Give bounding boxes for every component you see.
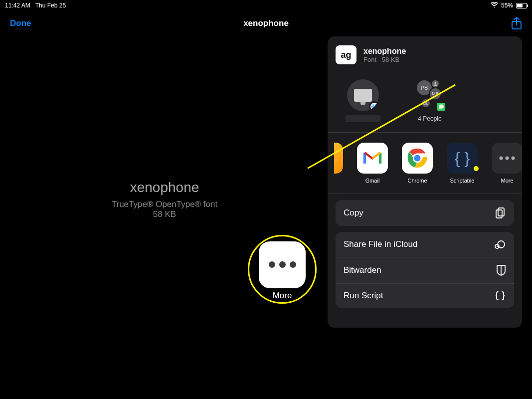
share-button[interactable] <box>511 17 522 30</box>
airdrop-icon <box>369 101 379 111</box>
file-title: xenophone <box>0 180 329 196</box>
annotation-endpoint <box>474 166 479 171</box>
share-app-scriptable[interactable]: { } Scriptable <box>446 143 478 184</box>
airdrop-people-target[interactable]: PB MB DL 4 People <box>402 79 457 122</box>
airdrop-row: PB MB DL 4 People <box>328 73 522 133</box>
share-app-more[interactable]: More <box>491 143 522 184</box>
drive-icon <box>328 143 343 174</box>
action-bitwarden[interactable]: Bitwarden <box>336 257 514 283</box>
messages-icon <box>436 101 447 112</box>
file-preview-area: xenophone TrueType® OpenType® font 58 KB <box>0 180 329 219</box>
nav-bar: Done xenophone <box>0 11 532 36</box>
share-file-subtitle: Font · 58 KB <box>363 56 406 63</box>
bitwarden-icon <box>496 264 506 276</box>
svg-point-10 <box>512 157 515 160</box>
file-size: 58 KB <box>0 209 329 219</box>
battery-icon <box>516 3 527 8</box>
action-copy[interactable]: Copy <box>336 200 514 226</box>
gmail-icon <box>357 143 388 174</box>
wifi-icon <box>491 2 498 9</box>
share-file-name: xenophone <box>363 47 406 56</box>
action-share-icloud[interactable]: Share File in iCloud <box>336 232 514 257</box>
share-app-chrome[interactable]: Chrome <box>401 143 433 184</box>
action-label: Bitwarden <box>344 265 381 275</box>
page-title: xenophone <box>243 18 289 28</box>
app-label: Gmail <box>365 178 380 184</box>
svg-point-4 <box>434 82 436 84</box>
contact-avatar <box>431 79 440 88</box>
annotation-label: More <box>273 291 292 301</box>
share-actions-list: Copy Share File in iCloud Bitwarden R <box>328 194 522 314</box>
chrome-icon <box>402 143 433 174</box>
svg-rect-12 <box>496 210 502 218</box>
svg-point-1 <box>374 106 375 108</box>
status-bar: 11:42 AM Thu Feb 25 55% <box>0 0 532 11</box>
share-sheet: ag xenophone Font · 58 KB PB MB DL <box>328 36 522 328</box>
airdrop-people-label: 4 People <box>418 115 441 122</box>
imac-icon <box>354 89 372 102</box>
share-app-gmail[interactable]: Gmail <box>356 143 388 184</box>
app-label: More <box>501 178 513 184</box>
file-type: TrueType® OpenType® font <box>0 200 329 209</box>
app-label: Chrome <box>407 178 427 184</box>
action-label: Copy <box>344 208 363 218</box>
status-date: Thu Feb 25 <box>35 2 66 9</box>
scriptable-icon: { } <box>447 143 478 174</box>
svg-point-8 <box>500 157 503 160</box>
done-button[interactable]: Done <box>10 18 31 28</box>
more-icon <box>259 241 306 288</box>
svg-point-2 <box>373 105 376 109</box>
svg-point-9 <box>506 157 509 160</box>
font-file-icon: ag <box>336 45 356 64</box>
more-icon <box>492 143 522 174</box>
airdrop-mac-target[interactable] <box>336 79 390 122</box>
app-label: Scriptable <box>450 178 475 184</box>
status-time: 11:42 AM <box>5 2 30 9</box>
airdrop-target-label <box>346 115 380 122</box>
share-sheet-header: ag xenophone Font · 58 KB <box>328 36 522 73</box>
action-label: Share File in iCloud <box>344 239 417 249</box>
annotation-callout: More <box>248 235 318 304</box>
run-script-icon <box>494 291 506 301</box>
action-run-script[interactable]: Run Script <box>336 283 514 308</box>
svg-rect-11 <box>498 208 504 216</box>
copy-icon <box>495 207 506 219</box>
action-label: Run Script <box>344 291 383 301</box>
share-apps-row: Gmail Chrome { } Scriptable More <box>328 133 522 194</box>
share-icloud-icon <box>494 239 506 250</box>
battery-percent: 55% <box>501 2 513 9</box>
